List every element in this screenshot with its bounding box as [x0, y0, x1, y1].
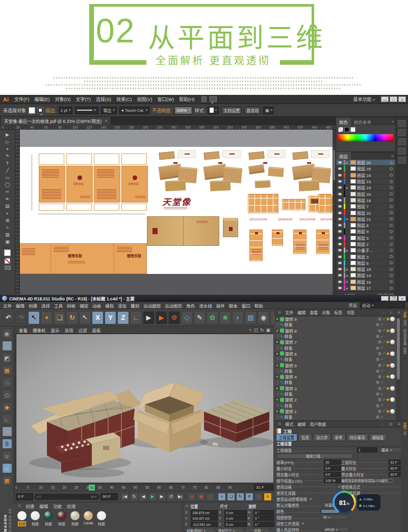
timeline-ruler[interactable]: 051015202530354045505560657075808590 31 … [14, 484, 274, 491]
enabled-check-icon[interactable]: ✓ [380, 381, 384, 385]
stroke-style-select[interactable] [75, 107, 98, 114]
layer-name[interactable]: 图层 20 [357, 191, 389, 197]
layer-row[interactable]: ▶ 图层 16 [336, 279, 395, 285]
window-button[interactable]: × [398, 296, 406, 301]
fps-field[interactable]: 30 [324, 460, 341, 465]
layer-target-icon[interactable] [390, 211, 393, 214]
enabled-check-icon[interactable]: ✓ [382, 317, 386, 321]
start-frame-field[interactable]: 0 F [16, 493, 33, 500]
am-menu-item[interactable]: 模式 [283, 421, 295, 427]
keyframe-toggle[interactable]: ↻ [236, 493, 244, 501]
ai-menu-item[interactable]: 文件(F) [12, 96, 32, 103]
material-tag-icon[interactable] [390, 409, 395, 414]
panel-align-icon[interactable]: ▦ [263, 107, 273, 114]
layer-name[interactable]: 小盒子... [357, 247, 389, 253]
c4d-menu-item[interactable]: 流水线 [197, 302, 214, 309]
toolbar-tool-icon[interactable]: ↖ [79, 311, 91, 324]
layer-row[interactable]: ▶ 图层 19 [336, 185, 395, 191]
size-field[interactable]: 0 cm [224, 516, 247, 521]
visibility-eye-icon[interactable] [338, 199, 342, 201]
object-name[interactable]: 旋转.7 [285, 339, 297, 345]
layer-target-icon[interactable] [390, 186, 393, 189]
c4d-menu-item[interactable]: 雕刻 [129, 302, 141, 309]
transport-button[interactable]: ↻ [130, 493, 138, 501]
tool-icon[interactable]: ✒ [6, 196, 10, 201]
visibility-eye-icon[interactable] [338, 274, 342, 276]
child-name[interactable]: 样条 [285, 322, 293, 327]
apply-button[interactable]: 应用 [245, 528, 270, 532]
om-menu-item[interactable]: 书签 [344, 310, 356, 315]
layer-target-icon[interactable] [390, 274, 393, 277]
expand-arrow-icon[interactable]: ▶ [346, 268, 349, 271]
toolbar-tool-icon[interactable]: ↷ [15, 311, 27, 324]
ai-menu-item[interactable]: 文字(T) [73, 96, 94, 103]
record-button[interactable]: ◉ [197, 493, 205, 501]
c4d-menu-item[interactable]: 捕捉 [78, 302, 90, 309]
layer-row[interactable]: ▶ 图层 21 [336, 216, 395, 222]
window-button[interactable]: ❐ [390, 296, 397, 301]
visibility-eye-icon[interactable] [338, 205, 342, 208]
material-tag-icon[interactable] [390, 374, 395, 379]
doc-setup-button[interactable]: 文档设置 [221, 107, 242, 114]
material-menu-item[interactable]: 纹理 [64, 503, 78, 509]
layer-target-icon[interactable] [390, 198, 393, 201]
child-row[interactable]: └ ∿ 样条 ✓ [274, 391, 396, 397]
range-end-field[interactable]: 90 F [100, 493, 118, 500]
position-field[interactable]: 158.875 cm [191, 510, 218, 515]
layer-row[interactable]: ▶ 图层 7 [336, 204, 395, 210]
collapse-icon[interactable]: − [275, 364, 279, 367]
fill-color-well[interactable] [4, 249, 11, 256]
panel-side-tab[interactable]: 内容浏览器 [402, 328, 407, 345]
record-button[interactable]: ● [188, 493, 196, 501]
tool-icon[interactable]: ◯ [5, 182, 10, 187]
ai-menu-item[interactable]: 编辑(E) [32, 96, 53, 103]
layer-target-icon[interactable] [390, 230, 393, 233]
layer-row[interactable]: ▶ 图层 8 [336, 222, 395, 229]
visibility-eye-icon[interactable] [338, 230, 342, 233]
c4d-menu-item[interactable]: 角色 [184, 302, 197, 309]
material-sphere[interactable] [17, 511, 27, 521]
child-name[interactable]: 样条 [285, 391, 293, 397]
toolbar-tool-icon[interactable]: ↶ [3, 311, 14, 324]
child-name[interactable]: 样条 [285, 345, 293, 351]
swatch-none[interactable] [338, 127, 343, 132]
child-row[interactable]: └ ∿ 样条 ✓ [274, 322, 396, 327]
om-scrollbar[interactable] [396, 316, 401, 420]
layer-name[interactable]: 图层 15 [357, 266, 389, 272]
tab-color[interactable]: 颜色 [336, 118, 351, 126]
c4d-menu-item[interactable]: 模拟 [103, 302, 116, 309]
viewport-nav-icon[interactable]: ↻ [260, 327, 264, 333]
dock-icon[interactable] [398, 147, 406, 155]
enabled-check-icon[interactable]: ✓ [380, 323, 384, 327]
transport-button[interactable]: ◀ [139, 493, 147, 501]
collapse-icon[interactable]: − [275, 375, 279, 378]
scale-field[interactable]: 1 [357, 447, 377, 452]
layer-target-icon[interactable] [390, 180, 393, 183]
visibility-eye-icon[interactable] [338, 180, 342, 183]
brush-select[interactable]: ● Touch Cal. [119, 107, 149, 114]
layer-row[interactable]: ▶ 图层 2 [336, 241, 395, 247]
position-field[interactable]: 143.407 cm [191, 516, 218, 521]
enabled-check-icon[interactable]: ✓ [380, 346, 384, 350]
layer-chip-icon[interactable] [376, 381, 379, 384]
collapse-icon[interactable]: − [275, 410, 279, 413]
am-tab[interactable]: 信息 [298, 434, 312, 441]
visibility-eye-icon[interactable] [338, 167, 342, 170]
am-tab[interactable]: 键插值 [369, 434, 387, 441]
object-row[interactable]: − 旋转.2 ✓ [274, 397, 396, 402]
layout-switch-icon[interactable] [210, 96, 217, 102]
om-menu-item[interactable]: 标签 [332, 310, 344, 315]
visibility-eye-icon[interactable] [338, 249, 342, 251]
layer-name[interactable]: 图层 24 [357, 172, 389, 178]
tag-dot-icon[interactable] [387, 364, 389, 367]
visibility-eye-icon[interactable] [338, 281, 342, 283]
coords-mode-select[interactable]: 对象(相对) [185, 528, 215, 532]
mode-tool-icon[interactable]: ∴ [2, 377, 12, 388]
stroke-label[interactable]: 描边: [45, 107, 56, 114]
material-sphere[interactable] [70, 511, 80, 521]
c4d-menu-item[interactable]: 编辑 [14, 302, 27, 309]
tag-dot-icon[interactable] [387, 352, 389, 355]
om-menu-item[interactable]: 文件 [283, 310, 295, 315]
mode-tool-icon[interactable]: ▦ [2, 463, 12, 473]
tag-dot-icon[interactable] [387, 341, 389, 343]
